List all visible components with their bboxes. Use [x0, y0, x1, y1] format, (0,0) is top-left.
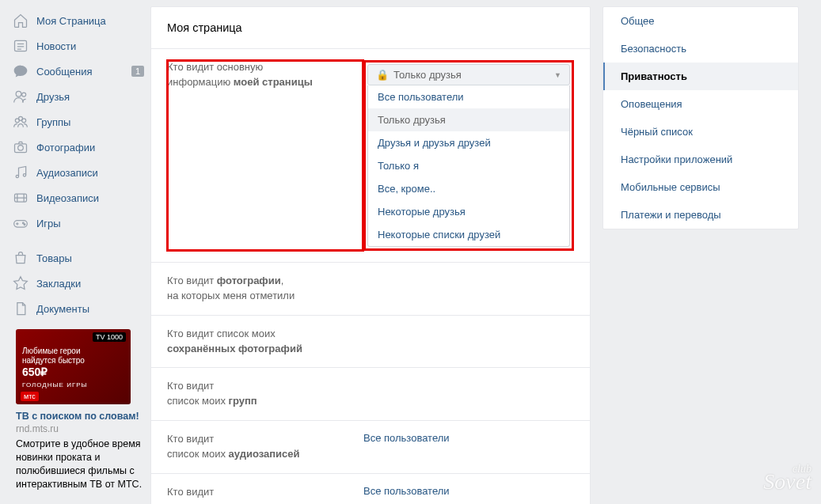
ad-price: 650₽: [22, 366, 85, 379]
setting-value[interactable]: 🔒Только друзья▼Все пользователиТолько др…: [363, 60, 574, 251]
nav-label: Друзья: [36, 91, 144, 103]
svg-point-18: [24, 224, 25, 225]
nav-label: Моя Страница: [36, 15, 144, 27]
privacy-setting-row: Кто видитсписок моих аудиозаписейВсе пол…: [151, 421, 590, 474]
nav-friends[interactable]: Друзья: [6, 84, 150, 109]
nav-label: Новости: [36, 40, 144, 52]
settings-nav-item[interactable]: Общее: [603, 7, 798, 35]
lock-icon: 🔒: [376, 69, 389, 81]
settings-nav: ОбщееБезопасностьПриватностьОповещенияЧё…: [602, 6, 799, 229]
news-icon: [13, 38, 29, 54]
ad-image: TV 1000 Любимые герои найдутся быстро 65…: [16, 329, 131, 404]
privacy-setting-row: Кто видитсписок моих подарковВсе пользов…: [151, 474, 590, 504]
setting-value[interactable]: [363, 379, 574, 409]
svg-point-12: [23, 174, 25, 176]
setting-value[interactable]: [363, 327, 574, 357]
nav-label: Фотографии: [36, 142, 144, 153]
ad-domain: rnd.mts.ru: [16, 423, 144, 434]
ad-block[interactable]: TV 1000 Любимые герои найдутся быстро 65…: [16, 329, 144, 491]
privacy-setting-row: Кто видит основнуюинформацию моей страни…: [151, 49, 590, 263]
groups-icon: [13, 114, 29, 130]
setting-value[interactable]: Все пользователи: [363, 485, 574, 504]
nav-groups[interactable]: Группы: [6, 109, 150, 135]
dropdown-list: Все пользователиТолько друзьяДрузья и др…: [367, 85, 570, 247]
nav-list-main: Моя Страница Новости Сообщения 1 Друзья …: [6, 8, 150, 236]
caret-down-icon: ▼: [554, 71, 561, 79]
svg-point-8: [19, 116, 23, 120]
setting-label: Кто видитсписок моих групп: [167, 379, 363, 409]
svg-point-11: [16, 175, 18, 177]
svg-point-5: [22, 93, 26, 97]
ad-line2: найдутся быстро: [22, 356, 85, 366]
ad-tv-badge: TV 1000: [93, 332, 126, 342]
dropdown-option[interactable]: Друзья и друзья друзей: [368, 131, 569, 154]
nav-audio[interactable]: Аудиозаписи: [6, 160, 150, 185]
ad-line1: Любимые герои: [22, 347, 85, 356]
svg-point-10: [18, 146, 24, 151]
dropdown-option[interactable]: Только друзья: [368, 108, 569, 131]
nav-label: Документы: [36, 303, 144, 315]
video-icon: [13, 190, 29, 206]
nav-label: Группы: [36, 116, 144, 128]
privacy-setting-row: Кто видит список моихсохранённых фотогра…: [151, 316, 590, 369]
music-icon: [13, 165, 29, 180]
svg-point-17: [23, 222, 25, 224]
nav-market[interactable]: Товары: [6, 245, 150, 271]
nav-label: Закладки: [36, 278, 144, 290]
setting-label: Кто видитсписок моих аудиозаписей: [167, 432, 363, 462]
nav-label: Аудиозаписи: [36, 167, 144, 179]
camera-icon: [13, 139, 29, 155]
ad-movie-title: ГОЛОДНЫЕ ИГРЫ: [22, 381, 88, 388]
privacy-setting-row: Кто видит фотографии,на которых меня отм…: [151, 263, 590, 316]
dropdown-highlight: 🔒Только друзья▼Все пользователиТолько др…: [363, 60, 574, 251]
left-sidebar: Моя Страница Новости Сообщения 1 Друзья …: [0, 0, 150, 504]
setting-value[interactable]: [363, 274, 574, 304]
ad-title: ТВ с поиском по словам!: [16, 411, 144, 422]
nav-label: Сообщения: [36, 66, 131, 78]
ad-mts-badge: мтс: [21, 392, 39, 401]
privacy-dropdown[interactable]: 🔒Только друзья▼: [367, 64, 570, 85]
document-icon: [13, 301, 29, 316]
nav-messages[interactable]: Сообщения 1: [6, 59, 150, 84]
nav-label: Игры: [36, 218, 144, 229]
settings-nav-item[interactable]: Мобильные сервисы: [603, 173, 798, 201]
settings-nav-item[interactable]: Чёрный список: [603, 118, 798, 146]
nav-list-secondary: Товары Закладки Документы: [6, 245, 150, 321]
dropdown-option[interactable]: Все пользователи: [368, 85, 569, 108]
nav-photos[interactable]: Фотографии: [6, 135, 150, 160]
games-icon: [13, 215, 29, 231]
dropdown-option[interactable]: Только я: [368, 154, 569, 177]
settings-nav-item[interactable]: Оповещения: [603, 90, 798, 118]
setting-label: Кто видит список моихсохранённых фотогра…: [167, 327, 363, 357]
nav-my-page[interactable]: Моя Страница: [6, 8, 150, 33]
svg-point-4: [16, 91, 21, 97]
nav-label: Видеозаписи: [36, 192, 144, 204]
dropdown-option[interactable]: Некоторые списки друзей: [368, 223, 569, 246]
dropdown-selected: Только друзья: [393, 69, 462, 81]
dropdown-option[interactable]: Все, кроме..: [368, 177, 569, 200]
settings-nav-item[interactable]: Платежи и переводы: [603, 201, 798, 229]
nav-badge: 1: [131, 66, 144, 77]
nav-docs[interactable]: Документы: [6, 296, 150, 321]
messages-icon: [13, 63, 29, 79]
setting-label: Кто видитсписок моих подарков: [167, 485, 363, 504]
nav-video[interactable]: Видеозаписи: [6, 185, 150, 210]
setting-label: Кто видит основнуюинформацию моей страни…: [167, 60, 363, 251]
home-icon: [13, 13, 29, 28]
ad-description: Смотрите в удобное время новинки проката…: [16, 438, 144, 491]
privacy-setting-row: Кто видитсписок моих групп: [151, 368, 590, 421]
settings-panel: Моя страница Кто видит основнуюинформаци…: [150, 6, 591, 504]
setting-value-text: Все пользователи: [363, 432, 450, 444]
page-title: Моя страница: [151, 7, 590, 49]
setting-value[interactable]: Все пользователи: [363, 432, 574, 462]
settings-nav-item[interactable]: Настройки приложений: [603, 146, 798, 173]
setting-label: Кто видит фотографии,на которых меня отм…: [167, 274, 363, 304]
star-icon: [13, 275, 29, 291]
nav-label: Товары: [36, 252, 144, 264]
dropdown-option[interactable]: Некоторые друзья: [368, 200, 569, 223]
nav-games[interactable]: Игры: [6, 210, 150, 236]
nav-news[interactable]: Новости: [6, 33, 150, 59]
nav-bookmarks[interactable]: Закладки: [6, 271, 150, 296]
settings-nav-item[interactable]: Приватность: [603, 63, 798, 90]
settings-nav-item[interactable]: Безопасность: [603, 35, 798, 63]
